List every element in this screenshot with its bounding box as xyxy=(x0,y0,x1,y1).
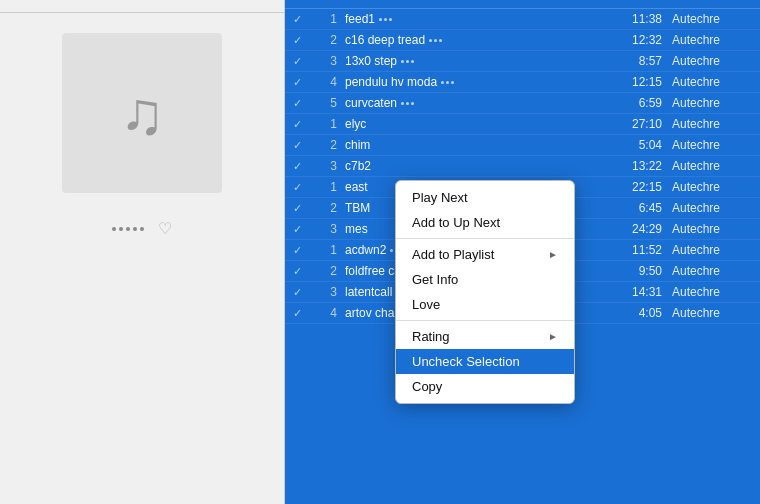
track-name-text: mes xyxy=(345,222,368,236)
context-menu-item[interactable]: Love xyxy=(396,292,574,317)
track-checkbox[interactable]: ✓ xyxy=(293,118,313,131)
track-name-text: east xyxy=(345,180,368,194)
context-menu-item-label: Uncheck Selection xyxy=(412,354,520,369)
track-artist: Autechre xyxy=(672,285,752,299)
track-number: 1 xyxy=(313,243,337,257)
track-artist: Autechre xyxy=(672,33,752,47)
track-row[interactable]: ✓ 1 elyc 27:10 Autechre xyxy=(285,114,760,135)
track-checkbox[interactable]: ✓ xyxy=(293,76,313,89)
track-number: 5 xyxy=(313,96,337,110)
track-checkbox[interactable]: ✓ xyxy=(293,97,313,110)
track-dot xyxy=(434,39,437,42)
track-row[interactable]: ✓ 1 feed1 11:38 Autechre xyxy=(285,9,760,30)
track-checkbox[interactable]: ✓ xyxy=(293,223,313,236)
track-dot xyxy=(439,39,442,42)
track-checkbox[interactable]: ✓ xyxy=(293,307,313,320)
track-dot xyxy=(441,81,444,84)
track-name: pendulu hv moda xyxy=(345,75,582,89)
track-number: 1 xyxy=(313,180,337,194)
track-artist: Autechre xyxy=(672,12,752,26)
track-checkbox[interactable]: ✓ xyxy=(293,265,313,278)
track-dot xyxy=(406,102,409,105)
track-name-text: feed1 xyxy=(345,12,375,26)
track-dot-menu[interactable] xyxy=(379,18,392,21)
track-name: 13x0 step xyxy=(345,54,582,68)
track-dot xyxy=(401,60,404,63)
track-time: 24:29 xyxy=(612,222,662,236)
track-checkbox[interactable]: ✓ xyxy=(293,55,313,68)
track-artist: Autechre xyxy=(672,243,752,257)
track-dot-menu[interactable] xyxy=(441,81,454,84)
context-menu-item-label: Add to Playlist xyxy=(412,247,494,262)
track-dot xyxy=(451,81,454,84)
track-row[interactable]: ✓ 3 13x0 step 8:57 Autechre xyxy=(285,51,760,72)
track-checkbox[interactable]: ✓ xyxy=(293,160,313,173)
context-menu-item[interactable]: Add to Up Next xyxy=(396,210,574,235)
track-name-text: 13x0 step xyxy=(345,54,397,68)
track-dot-menu[interactable] xyxy=(401,102,414,105)
track-checkbox[interactable]: ✓ xyxy=(293,202,313,215)
track-artist: Autechre xyxy=(672,222,752,236)
context-menu-separator xyxy=(396,238,574,239)
track-artist: Autechre xyxy=(672,264,752,278)
track-name: c7b2 xyxy=(345,159,582,173)
dot-5 xyxy=(140,227,144,231)
track-number: 2 xyxy=(313,201,337,215)
track-artist: Autechre xyxy=(672,159,752,173)
album-controls: ♡ xyxy=(112,219,172,238)
track-time: 5:04 xyxy=(612,138,662,152)
track-time: 13:22 xyxy=(612,159,662,173)
dot-2 xyxy=(119,227,123,231)
context-menu-item[interactable]: Copy xyxy=(396,374,574,399)
track-artist: Autechre xyxy=(672,201,752,215)
track-artist: Autechre xyxy=(672,180,752,194)
track-checkbox[interactable]: ✓ xyxy=(293,286,313,299)
track-dot xyxy=(411,60,414,63)
context-menu-item-label: Play Next xyxy=(412,190,468,205)
heart-icon[interactable]: ♡ xyxy=(158,219,172,238)
track-dot xyxy=(411,102,414,105)
track-time: 6:45 xyxy=(612,201,662,215)
track-dot xyxy=(389,18,392,21)
context-menu-item[interactable]: Add to Playlist► xyxy=(396,242,574,267)
track-number: 2 xyxy=(313,33,337,47)
track-name-text: pendulu hv moda xyxy=(345,75,437,89)
track-dot-menu[interactable] xyxy=(401,60,414,63)
track-checkbox[interactable]: ✓ xyxy=(293,34,313,47)
track-number: 3 xyxy=(313,54,337,68)
context-menu-item-label: Get Info xyxy=(412,272,458,287)
album-header[interactable] xyxy=(0,0,284,13)
context-menu-item[interactable]: Play Next xyxy=(396,185,574,210)
context-menu-item[interactable]: Uncheck Selection xyxy=(396,349,574,374)
track-checkbox[interactable]: ✓ xyxy=(293,139,313,152)
track-checkbox[interactable]: ✓ xyxy=(293,181,313,194)
context-menu-separator xyxy=(396,320,574,321)
track-row[interactable]: ✓ 5 curvcaten 6:59 Autechre xyxy=(285,93,760,114)
track-dot-menu[interactable] xyxy=(429,39,442,42)
track-artist: Autechre xyxy=(672,54,752,68)
context-menu-item[interactable]: Get Info xyxy=(396,267,574,292)
track-dot xyxy=(401,102,404,105)
track-dot xyxy=(446,81,449,84)
album-art: ♫ xyxy=(62,33,222,193)
track-row[interactable]: ✓ 3 c7b2 13:22 Autechre xyxy=(285,156,760,177)
track-time: 4:05 xyxy=(612,306,662,320)
submenu-arrow-icon: ► xyxy=(548,331,558,342)
track-name-text: curvcaten xyxy=(345,96,397,110)
track-time: 11:38 xyxy=(612,12,662,26)
track-name: c16 deep tread xyxy=(345,33,582,47)
track-checkbox[interactable]: ✓ xyxy=(293,244,313,257)
track-number: 3 xyxy=(313,222,337,236)
track-number: 3 xyxy=(313,159,337,173)
track-row[interactable]: ✓ 4 pendulu hv moda 12:15 Autechre xyxy=(285,72,760,93)
context-menu-item[interactable]: Rating► xyxy=(396,324,574,349)
context-menu-item-label: Add to Up Next xyxy=(412,215,500,230)
track-time: 22:15 xyxy=(612,180,662,194)
context-menu-item-label: Copy xyxy=(412,379,442,394)
track-row[interactable]: ✓ 2 chim 5:04 Autechre xyxy=(285,135,760,156)
track-name-text: TBM xyxy=(345,201,370,215)
track-checkbox[interactable]: ✓ xyxy=(293,13,313,26)
track-time: 12:15 xyxy=(612,75,662,89)
track-row[interactable]: ✓ 2 c16 deep tread 12:32 Autechre xyxy=(285,30,760,51)
album-dot-menu[interactable] xyxy=(112,227,144,231)
